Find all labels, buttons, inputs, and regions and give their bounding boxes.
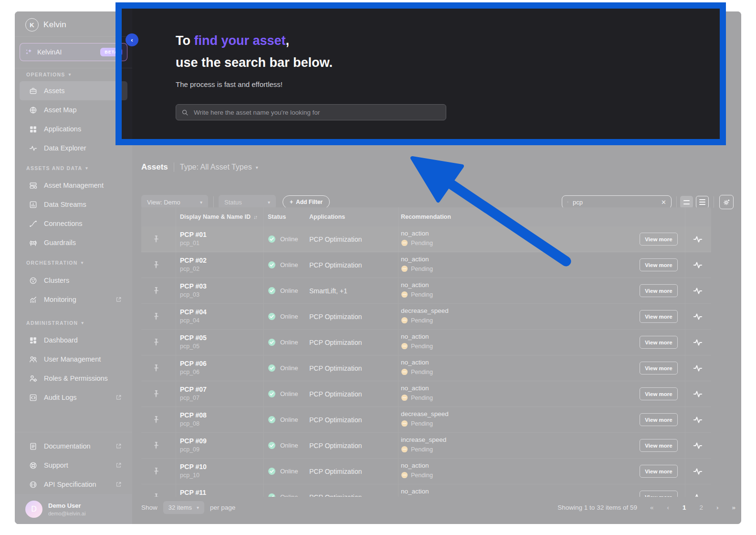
screenshot-root: K Kelvin KelvinAI BETA OPERATIONS▾ Asset… <box>0 0 756 535</box>
tour-highlight-border <box>116 2 726 145</box>
dim-overlay <box>15 139 741 524</box>
sidebar-collapse-button[interactable]: ‹ <box>126 33 138 46</box>
dim-overlay <box>15 11 122 139</box>
